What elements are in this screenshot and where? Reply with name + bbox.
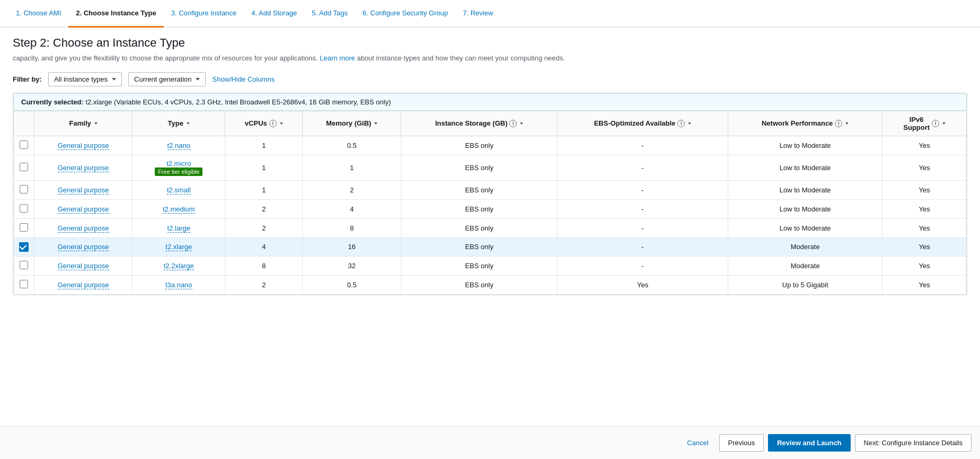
col-header-ipv6[interactable]: IPv6Support i [882,111,967,136]
row-checkbox[interactable] [20,280,28,288]
sort-arrow-icon [520,122,523,125]
family-link[interactable]: General purpose [58,164,109,172]
family-link[interactable]: General purpose [58,281,109,289]
sort-arrow-icon [94,122,98,125]
col-header-family[interactable]: Family [34,111,133,136]
nav-tab-configure-instance[interactable]: 3. Configure Instance [164,0,244,28]
info-icon[interactable]: i [932,120,939,127]
col-header-network[interactable]: Network Performance i [728,111,882,136]
family-link[interactable]: General purpose [58,186,109,195]
col-header-memory[interactable]: Memory (GiB) [303,111,401,136]
nav-tab-choose-ami[interactable]: 1. Choose AMI [8,0,68,28]
table-row[interactable]: General purposet3a.nano20.5EBS onlyYesUp… [14,275,967,294]
row-checkbox[interactable] [20,204,28,213]
type-link[interactable]: t3a.nano [165,281,192,289]
free-tier-badge: Free tier eligible [155,167,202,176]
instance-table-container: Currently selected: t2.xlarge (Variable … [13,93,967,295]
table-row[interactable]: General purposet2.medium24EBS only-Low t… [14,199,967,218]
wizard-nav: 1. Choose AMI2. Choose Instance Type3. C… [0,0,980,28]
table-row[interactable]: General purposet2.nano10.5EBS only-Low t… [14,136,967,155]
family-link[interactable]: General purpose [58,142,109,150]
learn-more-link[interactable]: Learn more [320,54,355,62]
filter-bar: Filter by: All instance types Current ge… [13,72,967,86]
chevron-down-icon [196,78,200,81]
table-header-row: Family Type vCPUs i Memory (GiB) Instanc [14,111,967,136]
col-header-type[interactable]: Type [133,111,225,136]
nav-tab-configure-security-group[interactable]: 6. Configure Security Group [355,0,455,28]
family-link[interactable]: General purpose [58,205,109,214]
family-link[interactable]: General purpose [58,243,109,251]
info-icon[interactable]: i [677,120,685,127]
table-row[interactable]: General purposet2.small12EBS only-Low to… [14,180,967,199]
type-link[interactable]: t2.2xlarge [164,262,194,270]
sort-arrow-icon [942,122,946,125]
currently-selected-bar: Currently selected: t2.xlarge (Variable … [13,93,967,111]
type-link[interactable]: t2.nano [167,142,190,150]
show-hide-columns-link[interactable]: Show/Hide Columns [212,75,275,83]
table-row[interactable]: General purposet2.large28EBS only-Low to… [14,218,967,237]
type-link[interactable]: t2.xlarge [165,243,192,251]
table-row[interactable]: General purposet2.xlarge416EBS only-Mode… [14,237,967,256]
nav-tab-add-tags[interactable]: 5. Add Tags [304,0,355,28]
row-checkbox[interactable] [19,242,29,252]
row-checkbox[interactable] [20,140,28,149]
generation-filter[interactable]: Current generation [128,72,206,86]
info-icon[interactable]: i [509,120,517,127]
col-header-check [14,111,34,136]
table-row[interactable]: General purposet2.2xlarge832EBS only-Mod… [14,256,967,275]
type-link[interactable]: t2.small [167,186,191,195]
info-icon[interactable]: i [835,120,842,127]
instance-type-filter[interactable]: All instance types [48,72,122,86]
col-header-vcpus[interactable]: vCPUs i [225,111,303,136]
sort-arrow-icon [280,122,283,125]
chevron-down-icon [112,78,116,81]
row-checkbox[interactable] [20,223,28,232]
type-link[interactable]: t2.large [167,224,190,233]
row-checkbox[interactable] [20,163,28,171]
table-row[interactable]: General purposet2.microFree tier eligibl… [14,155,967,180]
sort-arrow-icon [374,122,377,125]
sort-arrow-icon [187,122,190,125]
nav-tab-review[interactable]: 7. Review [455,0,500,28]
instance-table: Family Type vCPUs i Memory (GiB) Instanc [13,111,967,295]
type-link[interactable]: t2.micro [166,160,191,168]
sort-arrow-icon [845,122,849,125]
page-description: capacity, and give you the flexibility t… [13,53,967,64]
type-link[interactable]: t2.medium [163,205,195,214]
nav-tab-add-storage[interactable]: 4. Add Storage [244,0,304,28]
page-title: Step 2: Choose an Instance Type [13,36,967,50]
row-checkbox[interactable] [20,185,28,193]
nav-tab-choose-instance-type[interactable]: 2. Choose Instance Type [68,0,163,28]
family-link[interactable]: General purpose [58,224,109,233]
row-checkbox[interactable] [20,261,28,269]
family-link[interactable]: General purpose [58,262,109,270]
sort-arrow-icon [688,122,691,125]
filter-label: Filter by: [13,75,42,83]
col-header-storage[interactable]: Instance Storage (GB) i [401,111,558,136]
col-header-ebs[interactable]: EBS-Optimized Availablei [558,111,728,136]
info-icon[interactable]: i [269,120,277,127]
